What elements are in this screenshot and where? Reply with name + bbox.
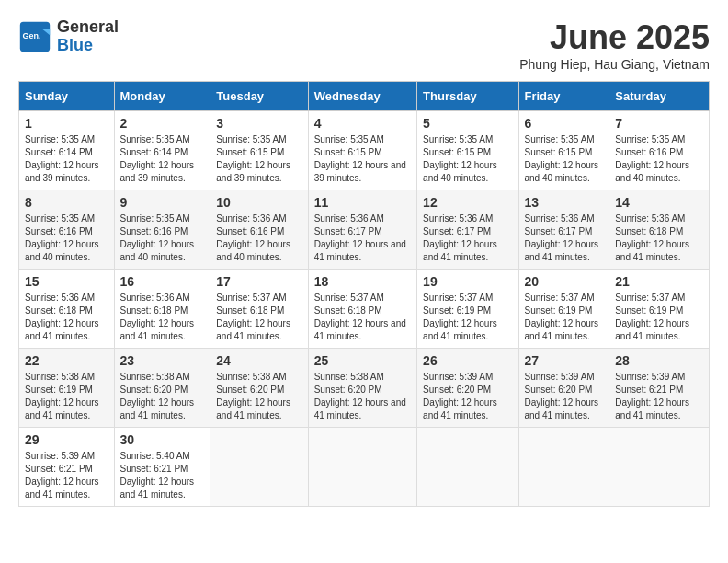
day-info: Sunrise: 5:38 AMSunset: 6:20 PMDaylight:… [120,372,195,420]
day-number: 25 [314,353,411,368]
day-info: Sunrise: 5:36 AMSunset: 6:17 PMDaylight:… [314,213,406,262]
day-info: Sunrise: 5:35 AMSunset: 6:14 PMDaylight:… [25,134,99,183]
table-row [417,428,518,507]
day-number: 27 [525,353,604,368]
day-info: Sunrise: 5:37 AMSunset: 6:19 PMDaylight:… [615,293,689,341]
table-row: 18 Sunrise: 5:37 AMSunset: 6:18 PMDaylig… [308,270,416,349]
day-number: 7 [615,116,703,131]
calendar-table: Sunday Monday Tuesday Wednesday Thursday… [18,81,710,507]
day-info: Sunrise: 5:35 AMSunset: 6:15 PMDaylight:… [525,134,599,183]
table-row [308,428,416,507]
day-info: Sunrise: 5:36 AMSunset: 6:18 PMDaylight:… [25,293,99,341]
calendar-header-row: Sunday Monday Tuesday Wednesday Thursday… [19,82,710,111]
table-row: 24 Sunrise: 5:38 AMSunset: 6:20 PMDaylig… [210,349,308,428]
day-info: Sunrise: 5:40 AMSunset: 6:21 PMDaylight:… [120,451,195,500]
day-number: 26 [423,353,512,368]
day-number: 24 [216,353,301,368]
day-number: 4 [314,116,411,131]
day-number: 1 [25,116,108,131]
day-info: Sunrise: 5:36 AMSunset: 6:18 PMDaylight:… [615,213,689,262]
table-row: 9 Sunrise: 5:35 AMSunset: 6:16 PMDayligh… [114,190,210,270]
table-row: 25 Sunrise: 5:38 AMSunset: 6:20 PMDaylig… [308,349,416,428]
location-subtitle: Phung Hiep, Hau Giang, Vietnam [519,57,710,72]
day-number: 23 [120,353,205,368]
calendar-week-row: 22 Sunrise: 5:38 AMSunset: 6:19 PMDaylig… [19,349,710,428]
col-saturday: Saturday [609,82,710,111]
day-number: 14 [615,195,703,210]
day-info: Sunrise: 5:37 AMSunset: 6:19 PMDaylight:… [525,293,599,341]
day-info: Sunrise: 5:35 AMSunset: 6:16 PMDaylight:… [25,213,99,262]
col-friday: Friday [518,82,609,111]
table-row: 16 Sunrise: 5:36 AMSunset: 6:18 PMDaylig… [114,270,210,349]
table-row: 3 Sunrise: 5:35 AMSunset: 6:15 PMDayligh… [210,111,308,190]
day-info: Sunrise: 5:39 AMSunset: 6:21 PMDaylight:… [615,372,689,420]
day-info: Sunrise: 5:36 AMSunset: 6:18 PMDaylight:… [120,293,195,341]
day-info: Sunrise: 5:35 AMSunset: 6:14 PMDaylight:… [120,134,195,183]
day-info: Sunrise: 5:35 AMSunset: 6:15 PMDaylight:… [423,134,497,183]
day-number: 13 [525,195,604,210]
table-row: 4 Sunrise: 5:35 AMSunset: 6:15 PMDayligh… [308,111,416,190]
day-info: Sunrise: 5:39 AMSunset: 6:21 PMDaylight:… [25,451,99,500]
day-number: 12 [423,195,512,210]
calendar-week-row: 29 Sunrise: 5:39 AMSunset: 6:21 PMDaylig… [19,428,710,507]
table-row: 27 Sunrise: 5:39 AMSunset: 6:20 PMDaylig… [518,349,609,428]
day-number: 20 [525,274,604,289]
col-thursday: Thursday [417,82,518,111]
month-title: June 2025 [519,18,710,57]
logo-text: General Blue [57,18,119,55]
table-row: 14 Sunrise: 5:36 AMSunset: 6:18 PMDaylig… [609,190,710,270]
table-row: 11 Sunrise: 5:36 AMSunset: 6:17 PMDaylig… [308,190,416,270]
day-info: Sunrise: 5:35 AMSunset: 6:16 PMDaylight:… [615,134,689,183]
table-row: 21 Sunrise: 5:37 AMSunset: 6:19 PMDaylig… [609,270,710,349]
day-number: 10 [216,195,301,210]
table-row: 30 Sunrise: 5:40 AMSunset: 6:21 PMDaylig… [114,428,210,507]
logo-general: General [57,18,119,37]
day-number: 18 [314,274,411,289]
logo: Gen. General Blue [18,18,119,55]
day-info: Sunrise: 5:36 AMSunset: 6:17 PMDaylight:… [423,213,497,262]
day-number: 2 [120,116,205,131]
col-wednesday: Wednesday [308,82,416,111]
table-row [210,428,308,507]
day-number: 19 [423,274,512,289]
day-info: Sunrise: 5:38 AMSunset: 6:20 PMDaylight:… [216,372,290,420]
table-row: 8 Sunrise: 5:35 AMSunset: 6:16 PMDayligh… [19,190,115,270]
day-number: 8 [25,195,108,210]
table-row: 10 Sunrise: 5:36 AMSunset: 6:16 PMDaylig… [210,190,308,270]
table-row: 6 Sunrise: 5:35 AMSunset: 6:15 PMDayligh… [518,111,609,190]
svg-text:Gen.: Gen. [23,31,41,40]
day-number: 17 [216,274,301,289]
table-row [518,428,609,507]
day-number: 30 [120,432,205,447]
day-info: Sunrise: 5:39 AMSunset: 6:20 PMDaylight:… [525,372,599,420]
day-info: Sunrise: 5:35 AMSunset: 6:15 PMDaylight:… [216,134,290,183]
col-monday: Monday [114,82,210,111]
day-info: Sunrise: 5:36 AMSunset: 6:17 PMDaylight:… [525,213,599,262]
day-number: 6 [525,116,604,131]
table-row: 28 Sunrise: 5:39 AMSunset: 6:21 PMDaylig… [609,349,710,428]
calendar-week-row: 8 Sunrise: 5:35 AMSunset: 6:16 PMDayligh… [19,190,710,270]
day-number: 11 [314,195,411,210]
day-number: 3 [216,116,301,131]
day-number: 22 [25,353,108,368]
day-info: Sunrise: 5:36 AMSunset: 6:16 PMDaylight:… [216,213,290,262]
logo-icon: Gen. [18,20,51,53]
day-number: 9 [120,195,205,210]
table-row: 23 Sunrise: 5:38 AMSunset: 6:20 PMDaylig… [114,349,210,428]
day-info: Sunrise: 5:35 AMSunset: 6:15 PMDaylight:… [314,134,406,183]
day-number: 16 [120,274,205,289]
table-row: 15 Sunrise: 5:36 AMSunset: 6:18 PMDaylig… [19,270,115,349]
col-tuesday: Tuesday [210,82,308,111]
table-row: 20 Sunrise: 5:37 AMSunset: 6:19 PMDaylig… [518,270,609,349]
day-info: Sunrise: 5:35 AMSunset: 6:16 PMDaylight:… [120,213,195,262]
day-number: 15 [25,274,108,289]
day-info: Sunrise: 5:38 AMSunset: 6:19 PMDaylight:… [25,372,99,420]
logo-blue: Blue [57,37,119,55]
calendar-week-row: 1 Sunrise: 5:35 AMSunset: 6:14 PMDayligh… [19,111,710,190]
calendar-week-row: 15 Sunrise: 5:36 AMSunset: 6:18 PMDaylig… [19,270,710,349]
day-number: 5 [423,116,512,131]
day-number: 28 [615,353,703,368]
table-row: 19 Sunrise: 5:37 AMSunset: 6:19 PMDaylig… [417,270,518,349]
title-block: June 2025 Phung Hiep, Hau Giang, Vietnam [519,18,710,72]
day-number: 21 [615,274,703,289]
